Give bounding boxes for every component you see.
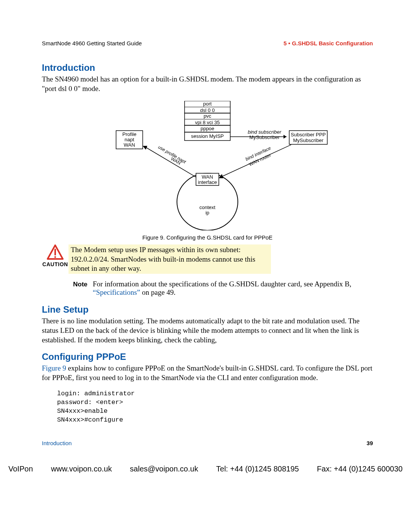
diagram-session: session MyISP [191, 133, 224, 139]
contact-url: www.voipon.co.uk [51, 465, 112, 473]
diagram-profile-1: Profile [123, 131, 137, 137]
intro-paragraph: The SN4960 model has an option for a bui… [42, 75, 373, 93]
diagram-pvc-label: pvc [204, 113, 212, 119]
figure-9-link[interactable]: Figure 9 [42, 364, 66, 372]
caution-label: CAUTION [42, 261, 68, 267]
contact-tel: Tel: +44 (0)1245 808195 [216, 465, 299, 473]
diagram-pvc-val: vpi 8 vci 35 [195, 120, 220, 125]
note-label: Note [73, 280, 93, 297]
heading-line-setup: Line Setup [42, 304, 373, 315]
cli-code-block: login: administrator password: <enter> S… [57, 390, 373, 425]
heading-introduction: Introduction [42, 62, 373, 73]
caution-block: CAUTION The Modem setup uses IP messages… [42, 244, 373, 274]
figure-caption: Figure 9. Configuring the G.SHDSL card f… [42, 234, 373, 241]
diagram-profile-2: napt [124, 137, 134, 142]
page-footer: Introduction 39 [42, 440, 373, 446]
note-text: For information about the specifications… [93, 280, 373, 297]
pppoe-paragraph: Figure 9 explains how to configure PPPoE… [42, 364, 373, 382]
page-header: SmartNode 4960 Getting Started Guide 5 •… [42, 40, 373, 46]
diagram-sub-1: Subscriber PPP [291, 132, 326, 137]
diagram-port-dsl: dsl 0 0 [200, 107, 215, 113]
caution-text: The Modem setup uses IP messages within … [68, 244, 271, 274]
specifications-link[interactable]: “Specifications” [93, 288, 140, 296]
diagram-wan-1: WAN [202, 174, 213, 180]
caution-icon [47, 244, 64, 260]
footer-section-name: Introduction [42, 440, 72, 446]
diagram-wan-2: interface [198, 179, 217, 185]
page-number: 39 [366, 440, 373, 446]
contact-fax: Fax: +44 (0)1245 600030 [317, 465, 403, 473]
diagram-bind-sub-1: bind subscriber [248, 129, 282, 135]
heading-configuring-pppoe: Configuring PPPoE [42, 351, 373, 362]
header-left: SmartNode 4960 Getting Started Guide [42, 40, 142, 46]
diagram-profile-3: WAN [124, 142, 135, 148]
contact-email: sales@voipon.co.uk [130, 465, 198, 473]
note-block: Note For information about the specifica… [73, 280, 373, 297]
diagram-ctx-2: ip [206, 210, 209, 216]
header-right: 5 • G.SHDSL Basic Configuration [284, 40, 373, 46]
contact-company: VoIPon [8, 465, 33, 473]
line-setup-paragraph: There is no line modulation setting. The… [42, 316, 373, 345]
diagram-pppoe: pppoe [201, 126, 214, 131]
diagram-bind-sub-2: MySubscriber [249, 134, 280, 140]
diagram-port-label: port [203, 101, 212, 107]
diagram-ctx-1: context [199, 204, 215, 210]
svg-marker-9 [284, 135, 287, 139]
contact-bar: VoIPon www.voipon.co.uk sales@voipon.co.… [0, 454, 411, 477]
figure-9-diagram: port dsl 0 0 pvc vpi 8 vci 35 pppoe sess… [42, 101, 373, 241]
svg-point-19 [54, 256, 56, 258]
diagram-sub-2: MySubscriber [293, 137, 323, 143]
